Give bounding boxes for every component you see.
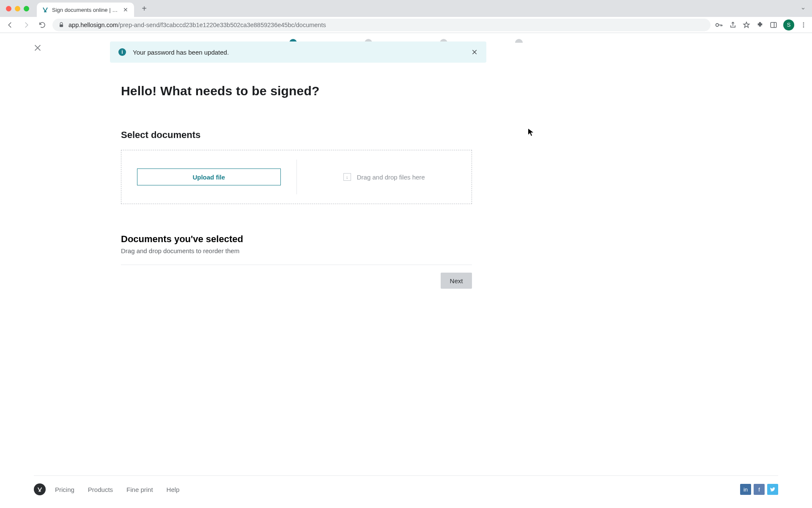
svg-point-2 [716, 23, 719, 26]
main-content: Hello! What needs to be signed? Select d… [121, 84, 472, 289]
selected-documents-subtitle: Drag and drop documents to reorder them [121, 247, 472, 254]
banner-close-icon[interactable] [471, 49, 478, 55]
section-divider [121, 265, 472, 265]
mouse-cursor-icon [528, 128, 534, 137]
footer-link-help[interactable]: Help [167, 486, 180, 493]
kebab-menu-icon[interactable] [800, 22, 807, 28]
window-controls [6, 6, 29, 11]
drop-label: Drag and drop files here [357, 174, 425, 181]
window-zoom-dot[interactable] [24, 6, 29, 11]
reload-button[interactable] [36, 19, 48, 31]
progress-step-4 [515, 39, 523, 43]
password-key-icon[interactable] [715, 21, 723, 29]
selected-documents-title: Documents you've selected [121, 234, 472, 245]
next-row: Next [121, 273, 472, 289]
svg-point-7 [803, 26, 804, 28]
profile-avatar[interactable]: S [783, 19, 794, 30]
close-flow-button[interactable] [33, 43, 42, 52]
tabs-dropdown-icon[interactable] [800, 6, 806, 11]
svg-point-5 [803, 22, 804, 24]
footer-link-fineprint[interactable]: Fine print [126, 486, 153, 493]
address-bar[interactable]: app.hellosign.com/prep-and-send/f3cabccd… [52, 19, 710, 31]
hellosign-favicon-icon [42, 6, 49, 13]
info-icon: i [118, 48, 126, 56]
next-button[interactable]: Next [441, 273, 472, 289]
browser-tab-strip: Sign documents online | HelloS ✕ + [0, 0, 812, 17]
browser-tab[interactable]: Sign documents online | HelloS ✕ [37, 3, 134, 17]
side-panel-icon[interactable] [770, 21, 777, 29]
page-footer: Pricing Products Fine print Help in f [34, 475, 778, 495]
footer-socials: in f [740, 484, 778, 495]
tab-title: Sign documents online | HelloS [52, 7, 120, 13]
url-path: /prep-and-send/f3cabccd23b1e1220e33b502c… [118, 22, 326, 28]
facebook-icon[interactable]: f [754, 484, 765, 495]
toolbar-actions: S [715, 19, 808, 30]
browser-toolbar: app.hellosign.com/prep-and-send/f3cabccd… [0, 17, 812, 33]
new-tab-button[interactable]: + [138, 3, 150, 14]
window-minimize-dot[interactable] [15, 6, 20, 11]
extensions-icon[interactable] [756, 21, 764, 29]
back-button[interactable] [4, 19, 16, 31]
upload-dropzone[interactable]: Upload file ↓ Drag and drop files here [121, 150, 472, 204]
upload-file-button[interactable]: Upload file [137, 168, 281, 185]
dropzone-drop-area[interactable]: ↓ Drag and drop files here [297, 150, 472, 204]
footer-link-pricing[interactable]: Pricing [55, 486, 74, 493]
footer-links: Pricing Products Fine print Help [55, 486, 179, 493]
page-title: Hello! What needs to be signed? [121, 84, 472, 98]
url-text: app.hellosign.com/prep-and-send/f3cabccd… [69, 22, 326, 28]
lock-icon [58, 22, 64, 28]
select-documents-title: Select documents [121, 130, 472, 141]
footer-link-products[interactable]: Products [88, 486, 113, 493]
tab-close-icon[interactable]: ✕ [123, 6, 128, 13]
page-body: i Your password has been updated. Hello!… [0, 33, 812, 508]
svg-rect-1 [60, 24, 63, 27]
dropzone-left: Upload file [121, 150, 296, 204]
share-icon[interactable] [729, 21, 737, 29]
window-close-dot[interactable] [6, 6, 11, 11]
linkedin-icon[interactable]: in [740, 484, 751, 495]
notification-banner: i Your password has been updated. [110, 41, 486, 63]
download-arrow-icon: ↓ [343, 173, 351, 181]
url-host: app.hellosign.com [69, 22, 118, 28]
hellosign-logo-icon[interactable] [34, 483, 46, 495]
twitter-icon[interactable] [767, 484, 778, 495]
banner-message: Your password has been updated. [133, 49, 229, 56]
forward-button[interactable] [20, 19, 32, 31]
bookmark-star-icon[interactable] [743, 21, 750, 29]
svg-point-6 [803, 24, 804, 25]
svg-rect-3 [771, 22, 776, 28]
